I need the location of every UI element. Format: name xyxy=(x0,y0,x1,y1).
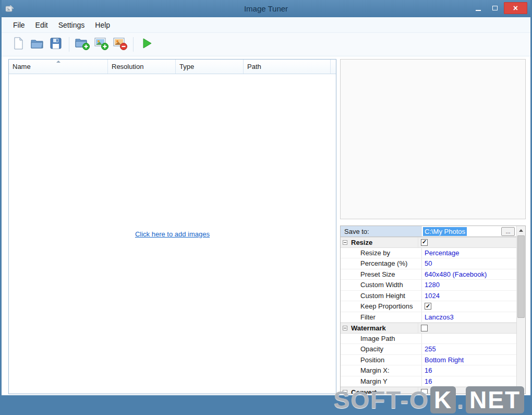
watermark-enabled-checkbox[interactable] xyxy=(421,325,428,331)
setting-label: Percentage (%) xyxy=(341,259,421,267)
setting-label: Keep Proportions xyxy=(341,302,421,310)
arrow-up-icon xyxy=(519,229,523,232)
setting-value[interactable]: 1024 xyxy=(421,291,516,301)
sort-ascending-icon xyxy=(56,61,61,63)
setting-row-opacity: Opacity 255 xyxy=(341,344,516,355)
maximize-button[interactable] xyxy=(487,2,503,14)
column-header-name[interactable]: Name xyxy=(9,60,108,74)
setting-label: Margin X: xyxy=(341,366,421,374)
setting-row-image-path: Image Path xyxy=(341,334,516,345)
resize-enabled-checkbox[interactable] xyxy=(421,239,428,246)
setting-value[interactable]: 1280 xyxy=(421,280,516,290)
toolbar-separator xyxy=(69,37,69,52)
open-folder-icon xyxy=(30,37,44,52)
save-to-field[interactable]: C:\My Photos xyxy=(421,226,501,236)
add-folder-icon xyxy=(75,36,90,53)
site-watermark-text: SOFT-O xyxy=(334,386,429,413)
save-to-value[interactable]: C:\My Photos xyxy=(423,227,467,236)
setting-value[interactable]: 50 xyxy=(421,258,516,269)
preview-panel xyxy=(340,59,526,219)
window-controls: × xyxy=(470,2,527,14)
column-label: Name xyxy=(13,63,31,70)
new-document-button[interactable] xyxy=(9,35,28,54)
save-icon xyxy=(49,37,63,52)
setting-row-custom-height: Custom Height 1024 xyxy=(341,291,516,302)
close-button[interactable]: × xyxy=(504,2,527,14)
app-icon xyxy=(4,4,15,14)
site-watermark-text: NET xyxy=(466,386,524,413)
maximize-icon xyxy=(492,6,498,10)
browse-button[interactable]: ... xyxy=(501,227,515,236)
setting-label: Resize by xyxy=(341,249,421,257)
setting-label: Margin Y xyxy=(341,377,421,385)
open-folder-button[interactable] xyxy=(28,35,46,54)
setting-row-margin-y: Margin Y 16 xyxy=(341,376,516,387)
group-row-watermark[interactable]: Watermark xyxy=(341,323,516,334)
setting-value[interactable]: 640x480 (Facebook) xyxy=(421,269,516,280)
setting-value[interactable]: Bottom Right xyxy=(421,355,516,365)
setting-value[interactable]: Percentage xyxy=(421,248,516,258)
menu-file[interactable]: File xyxy=(8,19,30,31)
setting-label: Opacity xyxy=(341,345,421,353)
column-header-type[interactable]: Type xyxy=(176,60,244,74)
remove-image-button[interactable] xyxy=(111,35,129,54)
keep-proportions-checkbox[interactable] xyxy=(425,303,431,310)
main-content: Name Resolution Type Path Click here to … xyxy=(2,56,530,395)
save-to-row: Save to: C:\My Photos ... xyxy=(341,226,516,237)
add-images-link[interactable]: Click here to add images xyxy=(135,230,210,238)
site-watermark-text: . xyxy=(457,386,465,413)
add-folder-button[interactable] xyxy=(73,35,92,54)
setting-row-resize-by: Resize by Percentage xyxy=(341,248,516,259)
group-label: Watermark xyxy=(351,324,418,332)
column-header-path[interactable]: Path xyxy=(244,60,331,74)
minimize-icon xyxy=(476,10,481,11)
column-header-resolution[interactable]: Resolution xyxy=(108,60,176,74)
titlebar[interactable]: Image Tuner × xyxy=(2,0,530,17)
save-button[interactable] xyxy=(46,35,65,54)
group-value-cell xyxy=(418,323,516,333)
collapse-icon[interactable] xyxy=(343,240,347,245)
setting-label: Custom Height xyxy=(341,292,421,300)
file-list-panel: Name Resolution Type Path Click here to … xyxy=(8,59,336,394)
setting-value[interactable] xyxy=(421,334,516,344)
run-process-button[interactable] xyxy=(137,35,156,54)
minimize-button[interactable] xyxy=(470,2,486,14)
setting-value[interactable]: 16 xyxy=(421,365,516,376)
setting-value[interactable]: 255 xyxy=(421,344,516,354)
scrollbar-thumb[interactable] xyxy=(517,235,525,318)
settings-scrollbar[interactable] xyxy=(516,226,525,394)
run-process-icon xyxy=(140,37,153,52)
file-list-header: Name Resolution Type Path xyxy=(9,60,336,74)
setting-label: Position xyxy=(341,356,421,364)
remove-image-icon xyxy=(112,36,128,53)
site-watermark-text: K xyxy=(430,386,456,413)
setting-row-position: Position Bottom Right xyxy=(341,355,516,366)
column-header-filler xyxy=(331,60,336,74)
setting-value[interactable]: 16 xyxy=(421,376,516,387)
add-images-button[interactable] xyxy=(92,35,111,54)
column-label: Path xyxy=(247,63,261,70)
menubar: File Edit Settings Help xyxy=(2,17,530,33)
right-panel: Save to: C:\My Photos ... Resize Resize … xyxy=(340,59,526,394)
setting-label: Preset Size xyxy=(341,270,421,278)
setting-value-cell xyxy=(421,301,516,312)
setting-row-percentage: Percentage (%) 50 xyxy=(341,258,516,269)
menu-edit[interactable]: Edit xyxy=(30,19,53,31)
menu-help[interactable]: Help xyxy=(90,19,115,31)
group-value-cell xyxy=(418,238,516,247)
menu-settings[interactable]: Settings xyxy=(53,19,90,31)
new-document-icon xyxy=(11,37,25,52)
settings-grid: Save to: C:\My Photos ... Resize Resize … xyxy=(340,226,526,394)
setting-row-keep-proportions: Keep Proportions xyxy=(341,301,516,312)
scroll-up-button[interactable] xyxy=(517,226,525,235)
toolbar-separator xyxy=(133,37,134,52)
column-label: Type xyxy=(179,63,194,70)
setting-row-margin-x: Margin X: 16 xyxy=(341,365,516,376)
setting-label: Custom Width xyxy=(341,281,421,289)
setting-row-filter: Filter Lanczos3 xyxy=(341,312,516,323)
setting-value[interactable]: Lanczos3 xyxy=(421,312,516,323)
add-images-icon xyxy=(93,36,109,53)
save-to-label: Save to: xyxy=(341,226,421,236)
collapse-icon[interactable] xyxy=(343,326,347,330)
group-row-resize[interactable]: Resize xyxy=(341,237,516,248)
